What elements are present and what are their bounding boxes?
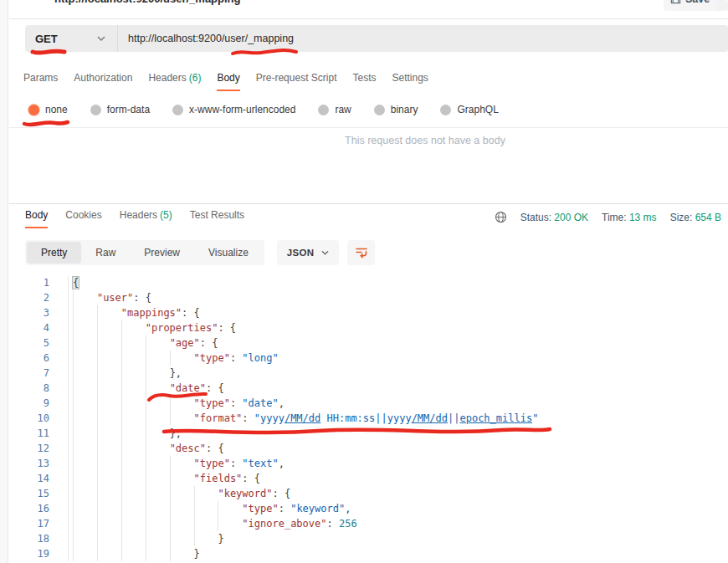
method-dropdown[interactable]: GET <box>25 33 117 45</box>
code-token: : <box>230 397 242 409</box>
tab-label: Pre-request Script <box>256 72 337 84</box>
meta-status: Status: 200 OK <box>520 212 588 223</box>
request-tab-headers[interactable]: Headers(6) <box>148 72 201 91</box>
indent-guide <box>146 396 170 411</box>
indent-guide <box>121 531 146 546</box>
view-tab-pretty[interactable]: Pretty <box>27 242 81 264</box>
body-mode-raw[interactable]: raw <box>318 104 351 115</box>
indent-guide <box>73 471 97 486</box>
indent-guide <box>121 441 146 456</box>
meta-size: Size: 654 B <box>670 212 721 223</box>
meta-value: 654 B <box>695 212 721 223</box>
view-tab-visualize[interactable]: Visualize <box>194 242 263 264</box>
red-underline-none <box>24 122 68 125</box>
indent-guide <box>97 381 121 396</box>
meta-value: 13 ms <box>629 212 657 223</box>
code-line: 12 "desc": { <box>9 441 728 456</box>
indent-guide <box>121 366 146 381</box>
response-tab-cookies[interactable]: Cookies <box>65 209 101 228</box>
line-number: 6 <box>9 351 69 366</box>
indent-guide <box>73 531 97 546</box>
request-tab-pre-request-script[interactable]: Pre-request Script <box>256 72 337 91</box>
response-tab-body[interactable]: Body <box>25 209 48 228</box>
line-number: 8 <box>9 381 69 396</box>
response-meta-items: Status: 200 OKTime: 13 msSize: 654 B <box>520 212 721 223</box>
code-line: 17 "ignore_above": 256 <box>9 516 728 531</box>
app-window: http://localhost:9200/user/_mapping Save… <box>0 0 728 563</box>
request-tabs: ParamsAuthorizationHeaders(6)BodyPre-req… <box>23 72 428 90</box>
code-line: 2 "user": { <box>9 290 728 305</box>
code-line: 7 }, <box>9 366 728 381</box>
code-token: "properties" <box>146 322 218 334</box>
code-token: 256 <box>339 518 357 530</box>
code-token: }, <box>170 367 182 379</box>
body-mode-graphql[interactable]: GraphQL <box>440 104 498 115</box>
indent-guide <box>97 335 121 351</box>
indent-guide <box>97 546 121 561</box>
line-number: 18 <box>9 531 69 546</box>
indent-guide <box>97 486 121 501</box>
indent-guide <box>146 411 170 426</box>
view-tab-preview[interactable]: Preview <box>130 242 194 264</box>
indent-guide <box>194 531 218 546</box>
indent-guide <box>97 411 121 426</box>
request-title-bar: http://localhost:9200/user/_mapping Save <box>9 0 728 19</box>
body-mode-form-data[interactable]: form-data <box>90 104 150 115</box>
line-number: 9 <box>9 396 69 411</box>
tab-count-badge: (6) <box>189 72 202 84</box>
code-token: : <box>230 458 242 469</box>
request-tab-authorization[interactable]: Authorization <box>74 72 132 91</box>
code-token: "ignore_above" <box>242 518 326 530</box>
body-mode-binary[interactable]: binary <box>374 104 418 115</box>
indent-guide <box>73 366 97 381</box>
code-line: 15 "keyword": { <box>9 486 728 501</box>
indent-guide <box>218 501 242 516</box>
code-token: HH:mm:ss||yyyy <box>320 412 411 424</box>
body-mode-label: form-data <box>107 104 150 115</box>
code-token: : { <box>206 443 224 454</box>
radio-selected-icon <box>28 105 39 115</box>
line-number: 13 <box>9 456 69 471</box>
tab-label: Body <box>217 72 239 84</box>
beautify-button[interactable] <box>347 240 375 265</box>
radio-icon <box>374 105 385 115</box>
code-text: "type": "date", <box>69 396 285 411</box>
indent-guide <box>73 501 97 516</box>
tab-label: Params <box>23 72 58 84</box>
format-dropdown[interactable]: JSON <box>277 240 340 265</box>
indent-guide <box>73 290 97 305</box>
body-mode-x-www-form-urlencoded[interactable]: x-www-form-urlencoded <box>172 104 295 115</box>
view-tab-raw[interactable]: Raw <box>81 242 130 264</box>
body-mode-none[interactable]: none <box>28 104 68 115</box>
globe-icon <box>495 211 507 223</box>
request-tab-body[interactable]: Body <box>217 72 239 91</box>
indent-guide <box>194 516 218 531</box>
indent-guide <box>97 351 121 366</box>
code-token: : { <box>206 382 224 394</box>
format-value: JSON <box>287 248 315 258</box>
code-token: "user" <box>97 292 133 304</box>
url-input[interactable] <box>118 33 728 44</box>
indent-guide <box>73 320 97 335</box>
code-token: "date" <box>170 382 206 394</box>
response-body-editor[interactable]: 1{2 "user": {3 "mappings": {4 "propertie… <box>9 269 728 563</box>
line-number: 7 <box>9 366 69 381</box>
indent-guide <box>170 516 194 531</box>
code-text: "type": "text", <box>69 456 285 471</box>
request-tab-tests[interactable]: Tests <box>352 72 376 91</box>
save-button[interactable]: Save <box>664 0 724 11</box>
indent-guide <box>73 305 97 320</box>
radio-icon <box>90 105 101 115</box>
indent-guide <box>97 456 121 471</box>
tab-label: Headers <box>120 209 157 221</box>
request-tab-settings[interactable]: Settings <box>392 72 428 91</box>
request-tab-params[interactable]: Params <box>23 72 58 91</box>
code-token: "long" <box>242 352 278 364</box>
response-tab-headers[interactable]: Headers(5) <box>120 209 172 228</box>
code-token: { <box>73 277 79 289</box>
indent-guide <box>170 531 194 546</box>
indent-guide <box>121 381 146 396</box>
request-tab-title: http://localhost:9200/user/_mapping <box>54 0 241 5</box>
code-token: "keyword" <box>290 503 345 514</box>
response-tab-test-results[interactable]: Test Results <box>190 209 244 228</box>
